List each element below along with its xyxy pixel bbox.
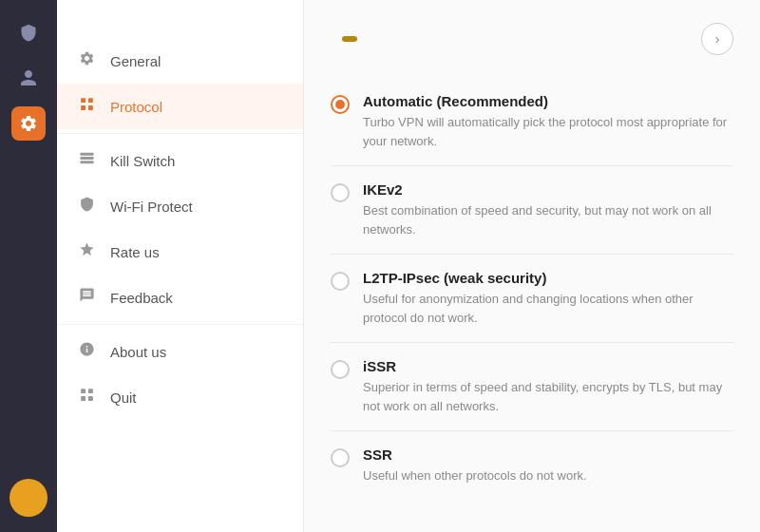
proto-name-l2tp: L2TP-IPsec (weak security) bbox=[363, 270, 733, 286]
sidebar-label-kill-switch: Kill Switch bbox=[110, 153, 175, 169]
main-header-left bbox=[331, 36, 357, 42]
svg-rect-0 bbox=[81, 98, 86, 103]
radio-l2tp[interactable] bbox=[331, 272, 350, 291]
premium-badge bbox=[342, 36, 357, 42]
proto-desc-automatic: Turbo VPN will automatically pick the pr… bbox=[363, 113, 733, 150]
chevron-next-button[interactable]: › bbox=[701, 23, 733, 55]
sidebar-item-kill-switch[interactable]: Kill Switch bbox=[57, 138, 303, 183]
sidebar-item-wifi-protect[interactable]: Wi-Fi Protect bbox=[57, 183, 303, 229]
radio-automatic[interactable] bbox=[331, 95, 350, 114]
rail-premium-icon[interactable] bbox=[10, 479, 48, 517]
main-content: › Automatic (Recommended) Turbo VPN will… bbox=[304, 0, 760, 532]
protocol-info-ikev2: IKEv2 Best combination of speed and secu… bbox=[363, 181, 733, 238]
proto-name-ikev2: IKEv2 bbox=[363, 181, 733, 198]
proto-desc-ikev2: Best combination of speed and security, … bbox=[363, 201, 733, 238]
svg-rect-10 bbox=[87, 396, 92, 401]
sidebar-divider bbox=[57, 324, 303, 325]
proto-name-automatic: Automatic (Recommended) bbox=[363, 93, 733, 109]
sidebar-item-about-us[interactable]: About us bbox=[57, 329, 303, 374]
sidebar-title bbox=[57, 19, 303, 38]
sidebar-item-rate-us[interactable]: Rate us bbox=[57, 229, 303, 275]
sidebar-label-quit: Quit bbox=[110, 390, 137, 406]
about-us-icon bbox=[76, 341, 97, 362]
rail-user-icon[interactable] bbox=[11, 61, 46, 95]
proto-desc-l2tp: Useful for anonymization and changing lo… bbox=[363, 290, 733, 327]
sidebar-item-protocol[interactable]: Protocol bbox=[57, 84, 303, 129]
wifi-protect-icon bbox=[76, 196, 97, 217]
radio-ssr[interactable] bbox=[331, 448, 350, 467]
protocol-item-ikev2[interactable]: IKEv2 Best combination of speed and secu… bbox=[331, 166, 733, 255]
rail-settings-icon[interactable] bbox=[11, 106, 46, 141]
quit-icon bbox=[76, 387, 97, 408]
protocol-list: Automatic (Recommended) Turbo VPN will a… bbox=[331, 78, 733, 501]
sidebar-label-feedback: Feedback bbox=[110, 290, 173, 306]
protocol-item-ssr[interactable]: SSR Useful when other protocols do not w… bbox=[331, 431, 733, 501]
protocol-item-issr[interactable]: iSSR Superior in terms of speed and stab… bbox=[331, 343, 733, 431]
proto-desc-ssr: Useful when other protocols do not work. bbox=[363, 466, 587, 485]
protocol-info-issr: iSSR Superior in terms of speed and stab… bbox=[363, 358, 733, 415]
svg-rect-8 bbox=[87, 389, 92, 393]
sidebar-item-general[interactable]: General bbox=[57, 38, 303, 84]
svg-rect-7 bbox=[81, 389, 86, 393]
svg-rect-6 bbox=[80, 161, 93, 163]
svg-rect-9 bbox=[81, 396, 86, 401]
sidebar-label-rate-us: Rate us bbox=[110, 244, 160, 260]
sidebar-label-wifi-protect: Wi-Fi Protect bbox=[110, 199, 193, 215]
protocol-item-l2tp[interactable]: L2TP-IPsec (weak security) Useful for an… bbox=[331, 255, 733, 343]
proto-name-issr: iSSR bbox=[363, 358, 733, 374]
protocol-info-automatic: Automatic (Recommended) Turbo VPN will a… bbox=[363, 93, 733, 150]
rail-shield-icon[interactable] bbox=[11, 15, 46, 49]
radio-ikev2[interactable] bbox=[331, 183, 350, 202]
radio-issr[interactable] bbox=[331, 360, 350, 379]
sidebar-item-quit[interactable]: Quit bbox=[57, 374, 303, 420]
svg-rect-4 bbox=[80, 153, 93, 156]
svg-rect-5 bbox=[80, 157, 93, 160]
svg-rect-1 bbox=[87, 98, 92, 103]
sidebar-item-feedback[interactable]: Feedback bbox=[57, 275, 303, 320]
sidebar-divider bbox=[57, 133, 303, 134]
sidebar-label-protocol: Protocol bbox=[110, 99, 162, 115]
sidebar-label-general: General bbox=[110, 53, 161, 69]
sidebar-label-about-us: About us bbox=[110, 344, 166, 360]
kill-switch-icon bbox=[76, 150, 97, 171]
general-icon bbox=[76, 50, 97, 71]
rate-us-icon bbox=[76, 241, 97, 262]
icon-rail bbox=[0, 0, 57, 532]
protocol-icon bbox=[76, 96, 97, 117]
feedback-icon bbox=[76, 287, 97, 308]
sidebar: General Protocol Kill Switch Wi-Fi Prote… bbox=[57, 0, 304, 532]
svg-rect-2 bbox=[81, 105, 86, 110]
proto-desc-issr: Superior in terms of speed and stability… bbox=[363, 378, 733, 415]
main-header: › bbox=[331, 23, 733, 55]
protocol-info-ssr: SSR Useful when other protocols do not w… bbox=[363, 446, 587, 485]
protocol-item-automatic[interactable]: Automatic (Recommended) Turbo VPN will a… bbox=[331, 78, 733, 166]
protocol-info-l2tp: L2TP-IPsec (weak security) Useful for an… bbox=[363, 270, 733, 327]
svg-rect-3 bbox=[87, 105, 92, 110]
proto-name-ssr: SSR bbox=[363, 446, 587, 463]
